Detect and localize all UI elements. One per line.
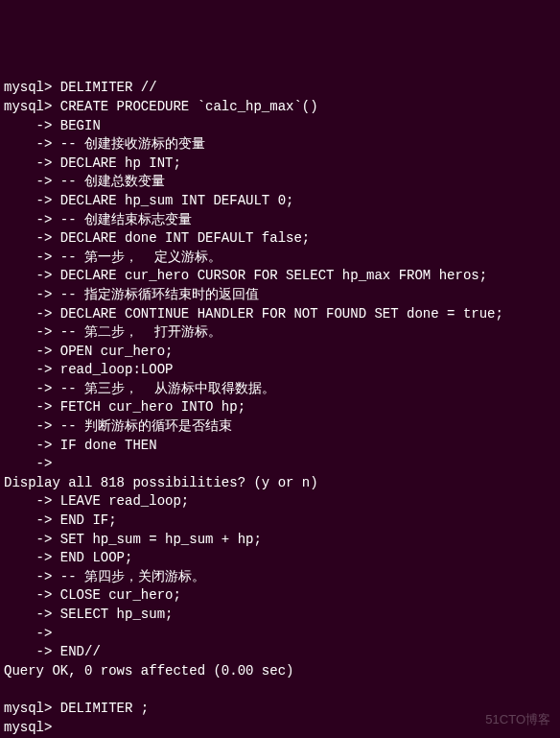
terminal-output[interactable]: mysql> DELIMITER // mysql> CREATE PROCED… (4, 79, 556, 738)
watermark-text: 51CTO博客 (485, 711, 550, 728)
